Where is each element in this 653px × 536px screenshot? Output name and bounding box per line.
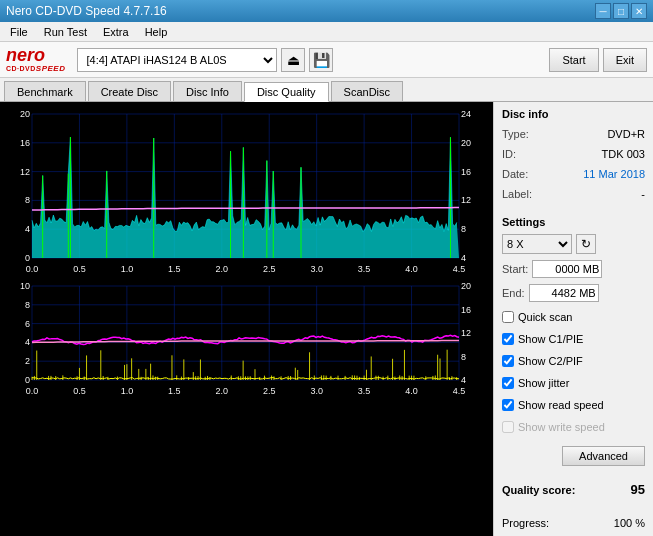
tab-scan-disc[interactable]: ScanDisc xyxy=(331,81,403,101)
show-jitter-label: Show jitter xyxy=(518,374,569,392)
menu-extra[interactable]: Extra xyxy=(97,24,135,40)
bottom-chart-container xyxy=(4,278,489,398)
show-c2pif-label: Show C2/PIF xyxy=(518,352,583,370)
show-read-speed-row: Show read speed xyxy=(502,396,645,414)
menu-bar: File Run Test Extra Help xyxy=(0,22,653,42)
disc-info-title: Disc info xyxy=(502,108,645,120)
end-mb-row: End: xyxy=(502,284,645,302)
show-c1pie-label: Show C1/PIE xyxy=(518,330,583,348)
position-row: Position: 4481 MB xyxy=(502,532,645,536)
bottom-chart-canvas xyxy=(4,278,489,398)
window-controls: ─ □ ✕ xyxy=(595,3,647,19)
maximize-button[interactable]: □ xyxy=(613,3,629,19)
advanced-button[interactable]: Advanced xyxy=(562,446,645,466)
start-mb-input[interactable] xyxy=(532,260,602,278)
settings-title: Settings xyxy=(502,216,645,228)
tab-disc-info[interactable]: Disc Info xyxy=(173,81,242,101)
show-write-speed-row: Show write speed xyxy=(502,418,645,436)
start-mb-label: Start: xyxy=(502,263,528,275)
show-read-speed-label: Show read speed xyxy=(518,396,604,414)
minimize-button[interactable]: ─ xyxy=(595,3,611,19)
nero-logo-text: nero xyxy=(6,46,45,64)
progress-label: Progress: xyxy=(502,515,549,532)
disc-label-row: Label: - xyxy=(502,186,645,202)
title-bar: Nero CD-DVD Speed 4.7.7.16 ─ □ ✕ xyxy=(0,0,653,22)
save-button[interactable]: 💾 xyxy=(309,48,333,72)
end-mb-label: End: xyxy=(502,287,525,299)
top-chart-canvas xyxy=(4,106,489,276)
start-button[interactable]: Start xyxy=(549,48,598,72)
disc-label-value: - xyxy=(641,186,645,202)
speed-select[interactable]: 8 X xyxy=(502,234,572,254)
show-read-speed-checkbox[interactable] xyxy=(502,399,514,411)
disc-id-row: ID: TDK 003 xyxy=(502,146,645,162)
disc-id-value: TDK 003 xyxy=(602,146,645,162)
disc-id-label: ID: xyxy=(502,146,516,162)
quality-score-row: Quality score: 95 xyxy=(502,482,645,497)
position-label: Position: xyxy=(502,532,544,536)
progress-section: Progress: 100 % Position: 4481 MB Speed:… xyxy=(502,515,645,536)
nero-sub-text: CD·DVDSPEED xyxy=(6,64,65,73)
disc-type-value: DVD+R xyxy=(607,126,645,142)
end-mb-input[interactable] xyxy=(529,284,599,302)
start-mb-row: Start: xyxy=(502,260,645,278)
show-write-speed-checkbox xyxy=(502,421,514,433)
exit-button[interactable]: Exit xyxy=(603,48,647,72)
app-title: Nero CD-DVD Speed 4.7.7.16 xyxy=(6,4,167,18)
disc-date-row: Date: 11 Mar 2018 xyxy=(502,166,645,182)
show-c2pif-checkbox[interactable] xyxy=(502,355,514,367)
main-content: Disc info Type: DVD+R ID: TDK 003 Date: … xyxy=(0,102,653,536)
eject-button[interactable]: ⏏ xyxy=(281,48,305,72)
quality-score-value: 95 xyxy=(631,482,645,497)
progress-row: Progress: 100 % xyxy=(502,515,645,532)
show-write-speed-label: Show write speed xyxy=(518,418,605,436)
toolbar: nero CD·DVDSPEED [4:4] ATAPI iHAS124 B A… xyxy=(0,42,653,78)
show-c2pif-row: Show C2/PIF xyxy=(502,352,645,370)
drive-select[interactable]: [4:4] ATAPI iHAS124 B AL0S xyxy=(77,48,277,72)
quality-score-label: Quality score: xyxy=(502,484,575,496)
show-jitter-row: Show jitter xyxy=(502,374,645,392)
tab-create-disc[interactable]: Create Disc xyxy=(88,81,171,101)
disc-label-label: Label: xyxy=(502,186,532,202)
progress-value: 100 % xyxy=(614,515,645,532)
speed-row: 8 X ↻ xyxy=(502,234,645,254)
tab-bar: Benchmark Create Disc Disc Info Disc Qua… xyxy=(0,78,653,102)
show-jitter-checkbox[interactable] xyxy=(502,377,514,389)
disc-date-label: Date: xyxy=(502,166,528,182)
show-c1pie-row: Show C1/PIE xyxy=(502,330,645,348)
menu-help[interactable]: Help xyxy=(139,24,174,40)
position-value: 4481 MB xyxy=(601,532,645,536)
quick-scan-checkbox[interactable] xyxy=(502,311,514,323)
close-button[interactable]: ✕ xyxy=(631,3,647,19)
menu-run-test[interactable]: Run Test xyxy=(38,24,93,40)
disc-type-label: Type: xyxy=(502,126,529,142)
quick-scan-label: Quick scan xyxy=(518,308,572,326)
nero-logo: nero CD·DVDSPEED xyxy=(6,46,65,73)
menu-file[interactable]: File xyxy=(4,24,34,40)
refresh-button[interactable]: ↻ xyxy=(576,234,596,254)
info-panel: Disc info Type: DVD+R ID: TDK 003 Date: … xyxy=(493,102,653,536)
disc-date-value: 11 Mar 2018 xyxy=(583,166,645,182)
show-c1pie-checkbox[interactable] xyxy=(502,333,514,345)
top-chart-container xyxy=(4,106,489,276)
tab-benchmark[interactable]: Benchmark xyxy=(4,81,86,101)
disc-type-row: Type: DVD+R xyxy=(502,126,645,142)
quick-scan-row: Quick scan xyxy=(502,308,645,326)
chart-area xyxy=(0,102,493,536)
tab-disc-quality[interactable]: Disc Quality xyxy=(244,82,329,102)
